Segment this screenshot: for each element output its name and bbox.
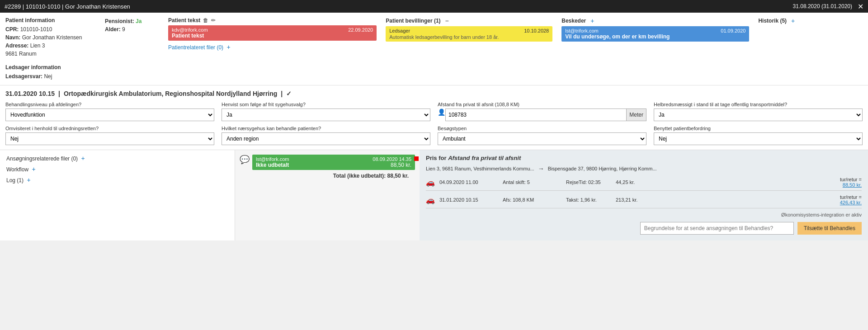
ledsager-heading: Ledsager information [5,64,96,71]
omvisiteret-select[interactable]: Nej [5,132,214,145]
beskeder-section: Beskeder + lst@trifork.com 01.09.2020 Vi… [561,17,749,80]
helbredsmassigt-group: Helbredsmæssigt i stand til at tage offe… [654,102,863,121]
log-label: Log (1) [6,177,24,184]
send-reason-input[interactable] [640,222,794,235]
patient-info-heading: Patient information [5,17,96,24]
patient-name-title: Gor Jonathan Kristensen [65,3,130,10]
title-bar-right: 31.08.2020 (31.01.2020) ✕ [793,2,863,11]
price-section-title: Pris for Afstand fra privat til afsnit [426,155,862,161]
patient-tekst-card[interactable]: kdv@trifork.com 22.09.2020 Patient tekst [168,25,377,41]
ansog-files-label: Ansøgningsrelaterede filer (0) [6,156,78,162]
row2-date: 31.01.2020 10.15 [439,197,498,203]
besogstypen-select[interactable]: Ambulant [438,132,646,145]
behandlingsniveau-select[interactable]: Hovedfunktion [5,108,214,121]
ledsager-value: Nej [44,73,52,80]
row2-link-amount[interactable]: 426,43 kr. [840,200,862,205]
historik-add-button[interactable]: + [791,17,795,24]
red-indicator [414,156,419,161]
total-label: Total (ikke udbetalt): [333,173,386,179]
total-row: Total (ikke udbetalt): 88,50 kr. [246,173,409,179]
cpr-value: 101010-1010 [20,26,52,33]
pensionist-info-section: Pensionist: Ja Alder: 9 [105,17,159,80]
workflow-label: Workflow [6,166,28,173]
beskeder-add-button[interactable]: + [590,17,594,24]
helbredsmassigt-select[interactable]: Ja [654,108,863,121]
files-add-button[interactable]: + [226,43,230,51]
log-add-button[interactable]: + [27,176,30,184]
person-icon: 👤 [438,108,445,121]
omvisiteret-label: Omvisiteret i henhold til udredningsrett… [5,126,214,131]
bevilling-card[interactable]: Ledsager 10.10.2028 Automatisk ledsagerb… [386,26,552,42]
price-route: Lien 3, 9681 Ranum, Vesthimmerlands Komm… [426,165,862,172]
price-row: 🚗 04.09.2020 11.00 Antal skift: 5 RejseT… [426,177,862,191]
cpr-number: 101010-1010 [26,3,61,10]
ansog-files-add-button[interactable]: + [81,155,85,162]
henvist-select[interactable]: Ja [222,108,430,121]
title-bar: #2289 | 101010-1010 | Gor Jonathan Krist… [0,0,868,13]
log-item: Log (1) + [6,176,228,184]
behandlingsniveau-label: Behandlingsniveau på afdelingen? [5,102,214,107]
economy-note: Økonomisystems-integration er aktiv [426,212,862,217]
row2-col1: Afs: 108,8 KM [503,197,561,203]
bevillinger-title: Patient bevillinger (1) [386,18,440,24]
bevillinger-header: Patient bevillinger (1) − [386,17,552,24]
route-from: Lien 3, 9681 Ranum, Vesthimmerlands Komm… [426,166,534,171]
bevillinger-collapse-button[interactable]: − [445,17,449,24]
workflow-add-button[interactable]: + [32,165,35,173]
patient-address: Lien 3 [30,42,45,49]
title-bar-text: #2289 | 101010-1010 | Gor Jonathan Krist… [5,3,130,10]
patient-tekst-header: Patient tekst 🗑 ✏ [168,17,377,24]
bevilling-label: Ledsager [389,28,410,33]
appointment-location: Ortopædkirurgisk Ambulatorium, Regionsho… [64,90,277,97]
appointment-title: 31.01.2020 10.15 | Ortopædkirurgisk Ambu… [5,90,863,97]
naer-sygehus-select[interactable]: Anden region [222,132,430,145]
appointment-datetime: 31.01.2020 10.15 [5,90,55,97]
patient-name: Gor Jonathan Kristensen [22,34,82,41]
bottom-right-panel: Pris for Afstand fra privat til afsnit L… [420,150,868,240]
route-to: Bispensgade 37, 9800 Hjørring, Hjørring … [548,166,657,171]
patient-city: 9681 Ranum [5,50,96,58]
besogstypen-group: Besøgstypen Ambulant [438,126,646,145]
henvist-label: Henvist som følge af frit sygehusvalg? [222,102,430,107]
pensionist-value: Ja [136,18,142,24]
edit-icon[interactable]: ✏ [211,17,216,24]
historik-header: Historik (5) + [758,17,863,24]
behandlingsniveau-group: Behandlingsniveau på afdelingen? Hovedfu… [5,102,214,121]
price-row: 🚗 31.01.2020 10.15 Afs: 108,8 KM Takst: … [426,194,862,208]
tekst-bold: Patient tekst [172,33,373,39]
chat-icon[interactable]: 💬 [240,155,250,165]
historik-section: Historik (5) + [758,17,863,80]
row2-col2: Takst: 1,96 kr. [566,197,611,203]
row2-link-text: tur/retur = [840,194,862,200]
arrow-icon: → [538,165,544,172]
payment-amount: 88,50 kr. [391,162,411,168]
naer-sygehus-label: Hvilket nærsygehus kan behandle patiente… [222,126,430,131]
files-label: Patientrelateret filer (0) [168,44,223,51]
close-button[interactable]: ✕ [858,2,863,11]
row1-link-amount[interactable]: 88,50 kr. [843,182,862,188]
besked-card[interactable]: lst@trifork.com 01.09.2020 Vil du unders… [561,26,749,42]
afstand-group: Afstand fra privat til afsnit (108,8 KM)… [438,102,646,121]
delete-icon[interactable]: 🗑 [203,17,208,24]
afstand-input[interactable] [445,108,627,121]
row2-price: 213,21 kr. [616,197,637,203]
afstand-label: Afstand fra privat til afsnit (108,8 KM) [438,102,646,107]
payment-card[interactable]: lst@trifork.com 08.09.2020 14.35 Ikke ud… [252,155,415,170]
besked-bold: Vil du undersøge, om der er km bevilling [565,33,745,40]
workflow-item: Workflow + [6,165,228,173]
patient-files-row: Patientrelateret filer (0) + [168,43,377,51]
appointment-section: 31.01.2020 10.15 | Ortopædkirurgisk Ambu… [0,85,868,150]
row1-col1: Antal skift: 5 [503,179,561,185]
send-button[interactable]: Tilsætte til Behandles [797,222,862,235]
send-row: Tilsætte til Behandles [426,222,862,235]
benyttet-befordring-group: Benyttet patientbefordring Nej [654,126,863,145]
beskeder-header: Beskeder + [561,17,749,24]
bottom-left-panel: Ansøgningsrelaterede filer (0) + Workflo… [0,150,235,240]
payment-status: Ikke udbetalt [256,162,289,168]
omvisiteret-group: Omvisiteret i henhold til udredningsrett… [5,126,214,145]
benyttet-befordring-select[interactable]: Nej [654,132,863,145]
naer-sygehus-group: Hvilket nærsygehus kan behandle patiente… [222,126,430,145]
besked-email: lst@trifork.com [565,28,599,33]
payment-date: 08.09.2020 14.35 [373,156,411,162]
price-rows: 🚗 04.09.2020 11.00 Antal skift: 5 RejseT… [426,177,862,208]
